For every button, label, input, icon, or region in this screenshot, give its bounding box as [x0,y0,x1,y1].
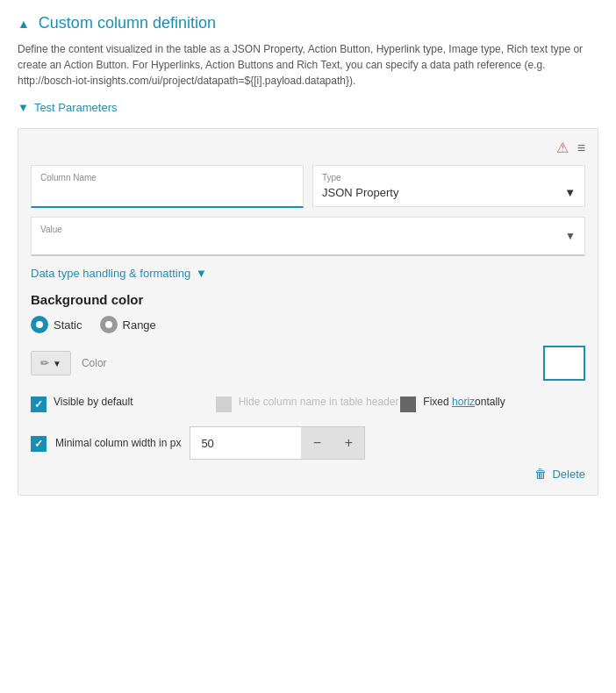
hide-column-checkbox-item[interactable]: Hide column name in table header [216,395,401,412]
value-input[interactable] [40,234,565,247]
range-radio-button[interactable] [100,316,118,333]
type-field-container: Type JSON Property ▼ [312,165,585,208]
increment-button[interactable]: + [333,427,364,459]
checkboxes-row: Visible by default Hide column name in t… [31,395,585,412]
chevron-down-icon: ▼ [18,101,29,114]
section-description: Define the content visualized in the tab… [18,41,598,89]
color-picker-button[interactable]: ✏ ▼ [31,351,71,375]
color-label: Color [82,357,533,369]
type-label: Type [322,173,576,182]
bg-color-title: Background color [31,292,585,307]
visible-default-checkbox[interactable] [31,397,47,412]
trash-icon: 🗑 [534,467,547,481]
type-dropdown-icon: ▼ [564,186,576,199]
min-width-row: Minimal column width in px 50 − + [31,426,585,460]
value-field-container: Value ▼ [31,217,585,256]
menu-icon[interactable]: ≡ [577,140,585,156]
min-width-label: Minimal column width in px [55,437,181,449]
visible-default-label: Visible by default [54,395,133,410]
color-swatch[interactable] [543,346,585,381]
data-type-toggle[interactable]: Data type handling & formatting ▼ [31,267,585,280]
min-width-value: 50 [190,430,301,457]
static-radio-label: Static [54,318,82,332]
fixed-horiz-highlight: horiz [452,396,475,408]
value-label: Value [40,225,565,234]
min-width-input-group: 50 − + [190,426,365,460]
value-dropdown-icon[interactable]: ▼ [565,230,576,242]
column-name-label: Column Name [40,173,294,182]
type-value: JSON Property [322,186,398,199]
card-toolbar: ⚠ ≡ [31,139,585,156]
dropdown-arrow-icon: ▼ [53,359,61,368]
fixed-horiz-checkbox[interactable] [400,397,416,412]
delete-label: Delete [552,468,585,481]
column-definition-card: ⚠ ≡ Column Name Type JSON Property ▼ [18,128,598,496]
static-radio[interactable]: Static [31,316,82,333]
visible-default-checkbox-item[interactable]: Visible by default [31,395,216,412]
column-name-type-row: Column Name Type JSON Property ▼ [31,165,585,208]
radio-group: Static Range [31,316,585,333]
data-type-label: Data type handling & formatting [31,267,190,280]
test-params-label: Test Parameters [34,101,118,114]
warning-icon: ⚠ [556,139,569,156]
delete-button[interactable]: 🗑 Delete [534,467,585,481]
static-radio-button[interactable] [31,316,48,333]
column-name-input[interactable] [40,186,294,199]
range-radio-label: Range [123,318,156,332]
column-name-field-container: Column Name [31,165,304,208]
min-width-checkbox[interactable] [31,436,47,452]
fixed-horiz-checkbox-item[interactable]: Fixed horizontally [400,395,585,412]
section-title: Custom column definition [39,14,216,32]
section-header: ▲ Custom column definition [18,14,598,32]
data-type-chevron-icon: ▼ [196,267,207,280]
test-parameters-toggle[interactable]: ▼ Test Parameters [18,101,598,114]
collapse-icon[interactable]: ▲ [18,17,30,31]
background-color-section: Background color Static Range ✏ ▼ Color [31,292,585,381]
range-radio[interactable]: Range [100,316,156,333]
page-container: ▲ Custom column definition Define the co… [0,0,616,510]
fixed-horiz-label: Fixed horizontally [423,395,505,410]
decrement-button[interactable]: − [301,427,333,459]
color-picker-row: ✏ ▼ Color [31,346,585,381]
delete-row: 🗑 Delete [31,467,585,481]
hide-column-label: Hide column name in table header [239,395,399,410]
pencil-icon: ✏ [40,357,49,369]
type-select[interactable]: JSON Property ▼ [322,186,576,199]
hide-column-checkbox[interactable] [216,397,232,412]
